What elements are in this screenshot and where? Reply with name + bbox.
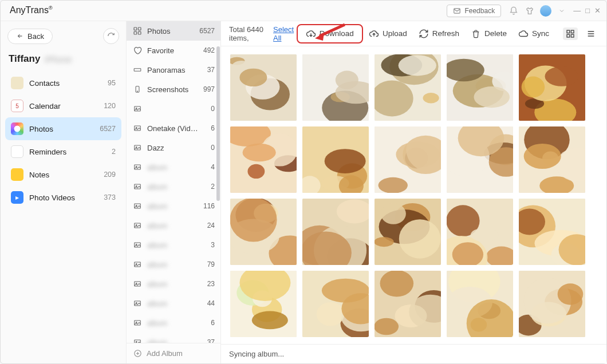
svg-rect-2: [138, 27, 141, 30]
chevron-down-icon[interactable]: [555, 5, 568, 17]
photo-thumbnail[interactable]: [302, 199, 369, 265]
svg-point-121: [471, 228, 499, 242]
album-icon: [132, 240, 143, 250]
album-item[interactable]: Onetake (Vid…6: [127, 118, 220, 138]
album-count: 492: [203, 46, 215, 54]
sync-button[interactable]: Sync: [513, 26, 555, 42]
photo-thumbnail[interactable]: [302, 54, 369, 121]
sidebar-item-photo-videos[interactable]: ▸Photo Videos373: [5, 186, 121, 209]
album-item[interactable]: album4: [127, 157, 220, 177]
feedback-button[interactable]: Feedback: [447, 5, 501, 17]
avatar-icon[interactable]: [540, 5, 551, 17]
album-item[interactable]: Screenshots997: [127, 80, 220, 99]
album-label: Onetake (Vid…: [147, 124, 206, 133]
back-button[interactable]: Back: [7, 29, 53, 44]
select-all-link[interactable]: Select All: [273, 25, 297, 42]
photo-thumbnail[interactable]: [519, 271, 585, 337]
photo-thumbnail[interactable]: [447, 54, 513, 121]
sidebar-refresh-button[interactable]: [103, 28, 119, 44]
album-count: 997: [203, 85, 215, 93]
photo-thumbnail[interactable]: [375, 271, 441, 337]
photo-thumbnail[interactable]: [519, 54, 585, 121]
album-item[interactable]: album37: [127, 333, 220, 343]
album-item[interactable]: album24: [127, 216, 220, 235]
photo-thumbnail[interactable]: [519, 199, 585, 265]
svg-point-84: [379, 177, 408, 193]
album-icon: [132, 123, 143, 133]
album-item[interactable]: 0: [127, 99, 220, 118]
album-item[interactable]: Dazz0: [127, 138, 220, 157]
photo-thumbnail[interactable]: [375, 54, 441, 121]
photo-thumbnail[interactable]: [447, 199, 513, 265]
album-item[interactable]: Photos6527: [127, 21, 220, 41]
minimize-button[interactable]: —: [573, 6, 581, 15]
nav-count: 95: [108, 79, 116, 87]
bell-icon[interactable]: [507, 5, 520, 17]
photo-thumbnail[interactable]: [230, 271, 297, 337]
photo-thumbnail[interactable]: [375, 199, 441, 265]
album-item[interactable]: album44: [127, 294, 220, 313]
album-item[interactable]: album2: [127, 177, 220, 196]
album-item[interactable]: album116: [127, 196, 220, 216]
nav-label: Photo Videos: [29, 193, 98, 202]
album-count: 6527: [199, 27, 215, 35]
album-item[interactable]: album79: [127, 255, 220, 274]
album-icon: [132, 65, 143, 75]
album-scrollbar[interactable]: [216, 46, 220, 201]
album-label: album: [147, 299, 203, 308]
svg-rect-37: [567, 34, 570, 37]
svg-point-116: [375, 237, 394, 247]
photo-thumbnail[interactable]: [302, 126, 369, 193]
cloud-sync-icon: [518, 29, 529, 39]
photo-thumbnail[interactable]: [230, 199, 297, 265]
list-view-button[interactable]: [584, 27, 598, 40]
sidebar-item-photos[interactable]: Photos6527: [5, 117, 121, 140]
svg-point-71: [247, 164, 265, 179]
album-item[interactable]: Favorite492: [127, 41, 220, 60]
add-album-button[interactable]: Add Album: [127, 343, 220, 363]
svg-point-7: [137, 91, 138, 92]
svg-point-146: [375, 318, 399, 335]
nav-icon: [11, 168, 23, 181]
close-button[interactable]: ✕: [594, 6, 601, 15]
photo-thumbnail[interactable]: [375, 126, 441, 193]
sidebar-item-contacts[interactable]: Contacts95: [5, 72, 121, 94]
tshirt-icon[interactable]: [523, 5, 536, 17]
sidebar-item-reminders[interactable]: Reminders2: [5, 140, 121, 163]
album-item[interactable]: album6: [127, 313, 220, 333]
cloud-upload-icon: [369, 29, 379, 39]
nav-label: Photos: [29, 125, 94, 133]
album-label: album: [147, 338, 203, 343]
nav-count: 6527: [100, 125, 116, 133]
sidebar-item-calendar[interactable]: 5Calendar120: [5, 94, 121, 117]
delete-button[interactable]: Delete: [465, 26, 513, 42]
svg-point-55: [399, 55, 436, 76]
album-item[interactable]: album3: [127, 235, 220, 255]
album-count: 24: [207, 221, 215, 230]
nav-count: 209: [104, 171, 116, 179]
svg-rect-5: [134, 69, 141, 72]
album-label: Photos: [147, 27, 195, 35]
album-icon: [132, 84, 143, 94]
photo-thumbnail[interactable]: [302, 271, 369, 337]
sidebar-item-notes[interactable]: Notes209: [5, 163, 121, 186]
svg-rect-1: [134, 27, 137, 30]
album-count: 37: [207, 338, 215, 343]
maximize-button[interactable]: □: [585, 6, 590, 15]
grid-view-button[interactable]: [563, 27, 578, 40]
photo-thumbnail[interactable]: [230, 126, 297, 193]
album-icon: [132, 104, 143, 114]
nav-icon: ▸: [11, 191, 23, 204]
album-item[interactable]: album23: [127, 274, 220, 294]
refresh-button[interactable]: Refresh: [413, 26, 465, 42]
nav-label: Reminders: [29, 148, 106, 156]
album-label: album: [147, 319, 206, 327]
download-button[interactable]: Download: [297, 24, 363, 43]
photo-thumbnail[interactable]: [519, 126, 585, 193]
upload-button[interactable]: Upload: [363, 26, 413, 42]
album-item[interactable]: Panoramas37: [127, 60, 220, 80]
photo-thumbnail[interactable]: [230, 54, 297, 121]
photo-thumbnail[interactable]: [447, 126, 513, 193]
nav-label: Calendar: [29, 102, 98, 110]
photo-thumbnail[interactable]: [447, 271, 513, 337]
